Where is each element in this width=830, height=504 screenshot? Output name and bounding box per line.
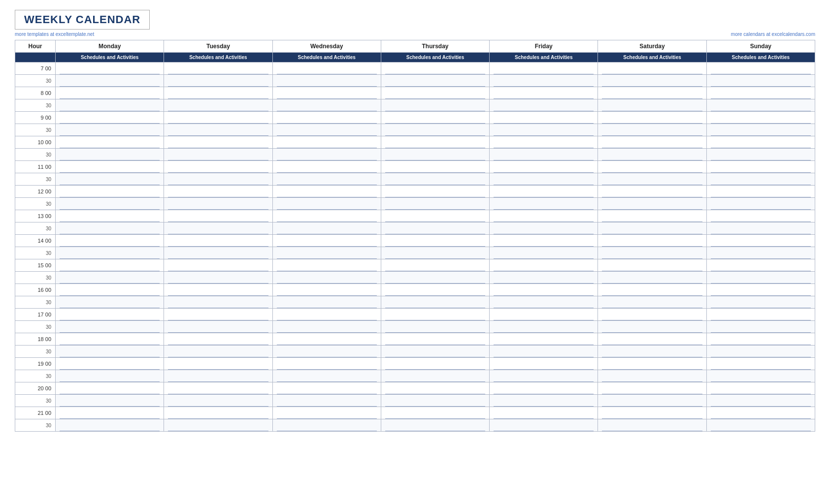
schedule-cell[interactable] bbox=[272, 296, 381, 309]
schedule-cell[interactable] bbox=[272, 136, 381, 149]
schedule-cell[interactable] bbox=[164, 247, 272, 259]
schedule-cell[interactable] bbox=[598, 112, 706, 124]
schedule-cell[interactable] bbox=[706, 333, 815, 346]
schedule-cell[interactable] bbox=[56, 272, 164, 284]
schedule-cell[interactable] bbox=[164, 75, 272, 87]
schedule-cell[interactable] bbox=[272, 309, 381, 321]
schedule-cell[interactable] bbox=[381, 296, 489, 309]
schedule-cell[interactable] bbox=[598, 346, 706, 358]
schedule-cell[interactable] bbox=[164, 370, 272, 382]
schedule-cell[interactable] bbox=[706, 198, 815, 210]
schedule-cell[interactable] bbox=[56, 173, 164, 186]
schedule-cell[interactable] bbox=[706, 346, 815, 358]
schedule-cell[interactable] bbox=[490, 296, 598, 309]
schedule-cell[interactable] bbox=[164, 112, 272, 124]
schedule-cell[interactable] bbox=[598, 149, 706, 161]
schedule-cell[interactable] bbox=[272, 87, 381, 99]
schedule-cell[interactable] bbox=[381, 321, 489, 333]
schedule-cell[interactable] bbox=[598, 284, 706, 296]
schedule-cell[interactable] bbox=[272, 198, 381, 210]
schedule-cell[interactable] bbox=[56, 370, 164, 382]
schedule-cell[interactable] bbox=[598, 419, 706, 432]
schedule-cell[interactable] bbox=[706, 407, 815, 419]
schedule-cell[interactable] bbox=[272, 247, 381, 259]
schedule-cell[interactable] bbox=[56, 161, 164, 173]
schedule-cell[interactable] bbox=[381, 407, 489, 419]
schedule-cell[interactable] bbox=[598, 309, 706, 321]
schedule-cell[interactable] bbox=[272, 210, 381, 222]
schedule-cell[interactable] bbox=[490, 173, 598, 186]
schedule-cell[interactable] bbox=[490, 198, 598, 210]
schedule-cell[interactable] bbox=[706, 173, 815, 186]
schedule-cell[interactable] bbox=[272, 284, 381, 296]
schedule-cell[interactable] bbox=[164, 124, 272, 136]
schedule-cell[interactable] bbox=[56, 235, 164, 247]
schedule-cell[interactable] bbox=[490, 247, 598, 259]
schedule-cell[interactable] bbox=[598, 333, 706, 346]
schedule-cell[interactable] bbox=[706, 87, 815, 99]
schedule-cell[interactable] bbox=[272, 235, 381, 247]
schedule-cell[interactable] bbox=[598, 87, 706, 99]
schedule-cell[interactable] bbox=[164, 284, 272, 296]
schedule-cell[interactable] bbox=[598, 296, 706, 309]
schedule-cell[interactable] bbox=[381, 87, 489, 99]
schedule-cell[interactable] bbox=[164, 149, 272, 161]
schedule-cell[interactable] bbox=[164, 235, 272, 247]
schedule-cell[interactable] bbox=[164, 186, 272, 198]
schedule-cell[interactable] bbox=[598, 382, 706, 395]
schedule-cell[interactable] bbox=[381, 173, 489, 186]
schedule-cell[interactable] bbox=[598, 198, 706, 210]
schedule-cell[interactable] bbox=[706, 382, 815, 395]
schedule-cell[interactable] bbox=[490, 87, 598, 99]
schedule-cell[interactable] bbox=[490, 382, 598, 395]
schedule-cell[interactable] bbox=[56, 358, 164, 370]
schedule-cell[interactable] bbox=[272, 382, 381, 395]
schedule-cell[interactable] bbox=[381, 63, 489, 75]
schedule-cell[interactable] bbox=[56, 99, 164, 112]
schedule-cell[interactable] bbox=[598, 235, 706, 247]
schedule-cell[interactable] bbox=[706, 136, 815, 149]
schedule-cell[interactable] bbox=[598, 259, 706, 272]
schedule-cell[interactable] bbox=[706, 112, 815, 124]
schedule-cell[interactable] bbox=[598, 161, 706, 173]
schedule-cell[interactable] bbox=[272, 321, 381, 333]
schedule-cell[interactable] bbox=[164, 309, 272, 321]
schedule-cell[interactable] bbox=[490, 75, 598, 87]
schedule-cell[interactable] bbox=[164, 358, 272, 370]
schedule-cell[interactable] bbox=[164, 161, 272, 173]
schedule-cell[interactable] bbox=[56, 136, 164, 149]
schedule-cell[interactable] bbox=[272, 99, 381, 112]
schedule-cell[interactable] bbox=[490, 161, 598, 173]
schedule-cell[interactable] bbox=[56, 222, 164, 235]
schedule-cell[interactable] bbox=[490, 63, 598, 75]
schedule-cell[interactable] bbox=[490, 272, 598, 284]
schedule-cell[interactable] bbox=[381, 309, 489, 321]
schedule-cell[interactable] bbox=[490, 149, 598, 161]
schedule-cell[interactable] bbox=[490, 235, 598, 247]
schedule-cell[interactable] bbox=[164, 87, 272, 99]
schedule-cell[interactable] bbox=[706, 309, 815, 321]
schedule-cell[interactable] bbox=[706, 296, 815, 309]
schedule-cell[interactable] bbox=[56, 210, 164, 222]
schedule-cell[interactable] bbox=[381, 235, 489, 247]
schedule-cell[interactable] bbox=[706, 99, 815, 112]
schedule-cell[interactable] bbox=[381, 395, 489, 407]
schedule-cell[interactable] bbox=[381, 161, 489, 173]
schedule-cell[interactable] bbox=[706, 63, 815, 75]
schedule-cell[interactable] bbox=[598, 173, 706, 186]
schedule-cell[interactable] bbox=[56, 419, 164, 432]
schedule-cell[interactable] bbox=[164, 198, 272, 210]
schedule-cell[interactable] bbox=[56, 346, 164, 358]
schedule-cell[interactable] bbox=[272, 333, 381, 346]
schedule-cell[interactable] bbox=[706, 210, 815, 222]
schedule-cell[interactable] bbox=[272, 395, 381, 407]
schedule-cell[interactable] bbox=[164, 173, 272, 186]
schedule-cell[interactable] bbox=[490, 259, 598, 272]
schedule-cell[interactable] bbox=[272, 419, 381, 432]
schedule-cell[interactable] bbox=[490, 186, 598, 198]
schedule-cell[interactable] bbox=[706, 259, 815, 272]
schedule-cell[interactable] bbox=[706, 358, 815, 370]
schedule-cell[interactable] bbox=[272, 173, 381, 186]
schedule-cell[interactable] bbox=[598, 407, 706, 419]
schedule-cell[interactable] bbox=[490, 321, 598, 333]
